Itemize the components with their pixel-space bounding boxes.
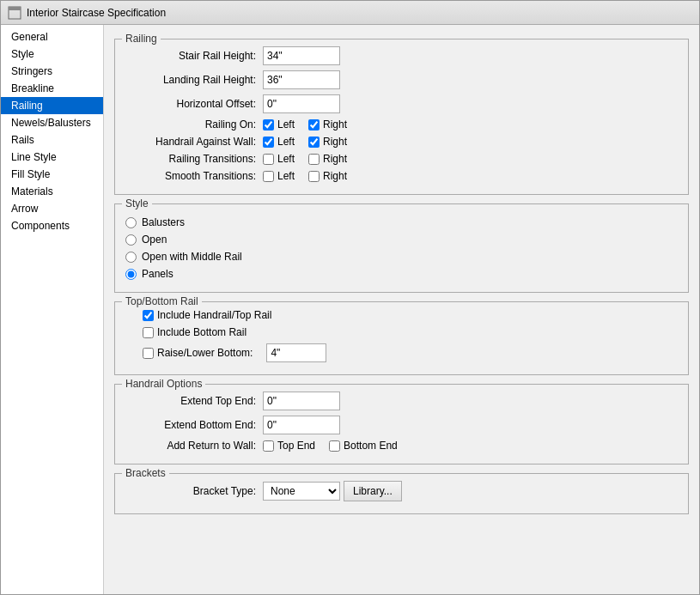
extend-bottom-input[interactable] — [263, 416, 340, 434]
horizontal-offset-input[interactable] — [263, 94, 340, 113]
horizontal-offset-row: Horizontal Offset: — [125, 94, 678, 113]
library-button[interactable]: Library... — [344, 481, 402, 501]
smooth-transitions-label: Smooth Transitions: — [125, 170, 263, 182]
railing-transitions-checkboxes: Left Right — [263, 153, 357, 165]
bracket-type-select[interactable]: None Type A Type B Custom — [263, 482, 340, 501]
open-middle-radio[interactable] — [125, 252, 137, 263]
smooth-transitions-left-checkbox[interactable] — [263, 171, 274, 182]
landing-rail-height-row: Landing Rail Height: — [125, 70, 678, 89]
railing-on-left-checkbox[interactable] — [263, 119, 274, 131]
raise-lower-checkbox[interactable] — [143, 348, 154, 359]
smooth-transitions-right-checkbox[interactable] — [308, 171, 320, 182]
landing-rail-height-label: Landing Rail Height: — [125, 74, 263, 86]
handrail-left-checkbox[interactable] — [263, 137, 274, 148]
sidebar-item-arrow[interactable]: Arrow — [1, 200, 103, 217]
title-bar: Interior Staircase Specification — [1, 1, 699, 25]
stair-rail-height-input[interactable] — [263, 46, 340, 65]
top-bottom-legend: Top/Bottom Rail — [122, 295, 202, 307]
include-bottom-checkbox[interactable] — [143, 327, 154, 338]
main-content: GeneralStyleStringersBreaklineRailingNew… — [1, 25, 699, 594]
handrail-right-checkbox[interactable] — [308, 137, 320, 148]
railing-group: Railing Stair Rail Height: Landing Rail … — [114, 39, 689, 195]
extend-top-label: Extend Top End: — [125, 395, 263, 407]
open-label: Open — [142, 234, 167, 246]
sidebar-item-newels[interactable]: Newels/Balusters — [1, 114, 103, 131]
sidebar: GeneralStyleStringersBreaklineRailingNew… — [1, 25, 104, 594]
handrail-options-legend: Handrail Options — [122, 378, 205, 390]
balusters-radio[interactable] — [125, 217, 137, 228]
sidebar-item-fill-style[interactable]: Fill Style — [1, 166, 103, 183]
handrail-label: Handrail Against Wall: — [125, 136, 263, 148]
stair-rail-height-row: Stair Rail Height: — [125, 46, 678, 65]
sidebar-item-breakline[interactable]: Breakline — [1, 80, 103, 97]
include-handrail-checkbox-group: Include Handrail/Top Rail — [143, 309, 282, 321]
add-return-label: Add Return to Wall: — [125, 440, 263, 452]
top-end-label: Top End — [277, 440, 315, 452]
brackets-group: Brackets Bracket Type: None Type A Type … — [114, 473, 689, 514]
sidebar-item-general[interactable]: General — [1, 28, 103, 46]
railing-transitions-left-checkbox[interactable] — [263, 154, 274, 165]
bottom-end-checkbox[interactable] — [329, 440, 340, 452]
handrail-right-label: Right — [323, 136, 347, 148]
raise-lower-checkbox-group: Raise/Lower Bottom: — [143, 347, 263, 359]
raise-lower-row: Raise/Lower Bottom: — [125, 343, 678, 362]
bracket-type-row: Bracket Type: None Type A Type B Custom … — [125, 481, 678, 501]
sidebar-item-stringers[interactable]: Stringers — [1, 63, 103, 80]
railing-on-right-checkbox[interactable] — [308, 119, 320, 131]
railing-transitions-right-checkbox[interactable] — [308, 154, 320, 165]
bracket-type-label: Bracket Type: — [125, 485, 263, 497]
sidebar-item-style[interactable]: Style — [1, 46, 103, 63]
bottom-end-label: Bottom End — [344, 440, 398, 452]
balusters-label: Balusters — [142, 216, 185, 228]
style-legend: Style — [122, 197, 152, 209]
landing-rail-height-input[interactable] — [263, 70, 340, 89]
include-bottom-row: Include Bottom Rail — [125, 326, 678, 338]
open-row: Open — [125, 234, 678, 246]
main-window: Interior Staircase Specification General… — [0, 0, 700, 595]
open-middle-label: Open with Middle Rail — [142, 251, 242, 263]
stair-rail-height-label: Stair Rail Height: — [125, 50, 263, 62]
top-end-checkbox[interactable] — [263, 440, 274, 452]
window-title: Interior Staircase Specification — [27, 7, 166, 19]
svg-rect-1 — [9, 7, 21, 10]
window-icon — [8, 6, 21, 20]
content-area: Railing Stair Rail Height: Landing Rail … — [104, 25, 699, 594]
top-bottom-group: Top/Bottom Rail Include Handrail/Top Rai… — [114, 301, 689, 375]
railing-transitions-row: Railing Transitions: Left Right — [125, 153, 678, 165]
extend-top-input[interactable] — [263, 392, 340, 410]
sidebar-item-line-style[interactable]: Line Style — [1, 149, 103, 166]
horizontal-offset-label: Horizontal Offset: — [125, 98, 263, 110]
railing-transitions-right-label: Right — [323, 153, 347, 165]
sidebar-item-components[interactable]: Components — [1, 217, 103, 234]
extend-top-row: Extend Top End: — [125, 392, 678, 410]
railing-on-left-label: Left — [277, 118, 295, 131]
include-handrail-label: Include Handrail/Top Rail — [157, 309, 271, 321]
railing-transitions-left-label: Left — [277, 153, 295, 165]
add-return-checkboxes: Top End Bottom End — [263, 440, 408, 452]
include-handrail-checkbox[interactable] — [143, 310, 154, 321]
railing-on-label: Railing On: — [125, 118, 263, 131]
sidebar-item-materials[interactable]: Materials — [1, 183, 103, 200]
sidebar-item-rails[interactable]: Rails — [1, 131, 103, 149]
railing-legend: Railing — [122, 33, 161, 45]
include-bottom-checkbox-group: Include Bottom Rail — [143, 326, 257, 338]
raise-lower-input[interactable] — [266, 343, 326, 362]
handrail-options-group: Handrail Options Extend Top End: Extend … — [114, 384, 689, 464]
handrail-left-label: Left — [277, 136, 295, 148]
style-radio-group: Balusters Open Open with Middle Rail Pan… — [125, 211, 678, 285]
sidebar-item-railing[interactable]: Railing — [1, 97, 103, 114]
brackets-legend: Brackets — [122, 467, 169, 479]
add-return-row: Add Return to Wall: Top End Bottom End — [125, 440, 678, 452]
panels-label: Panels — [142, 268, 173, 280]
smooth-transitions-checkboxes: Left Right — [263, 170, 357, 182]
extend-bottom-label: Extend Bottom End: — [125, 419, 263, 431]
panels-radio[interactable] — [125, 269, 137, 280]
open-radio[interactable] — [125, 234, 137, 246]
railing-on-right-label: Right — [323, 118, 347, 131]
extend-bottom-row: Extend Bottom End: — [125, 416, 678, 434]
include-bottom-label: Include Bottom Rail — [157, 326, 247, 338]
handrail-checkboxes: Left Right — [263, 136, 357, 148]
railing-on-checkboxes: Left Right — [263, 118, 357, 131]
raise-lower-label: Raise/Lower Bottom: — [157, 347, 253, 359]
railing-on-row: Railing On: Left Right — [125, 118, 678, 131]
